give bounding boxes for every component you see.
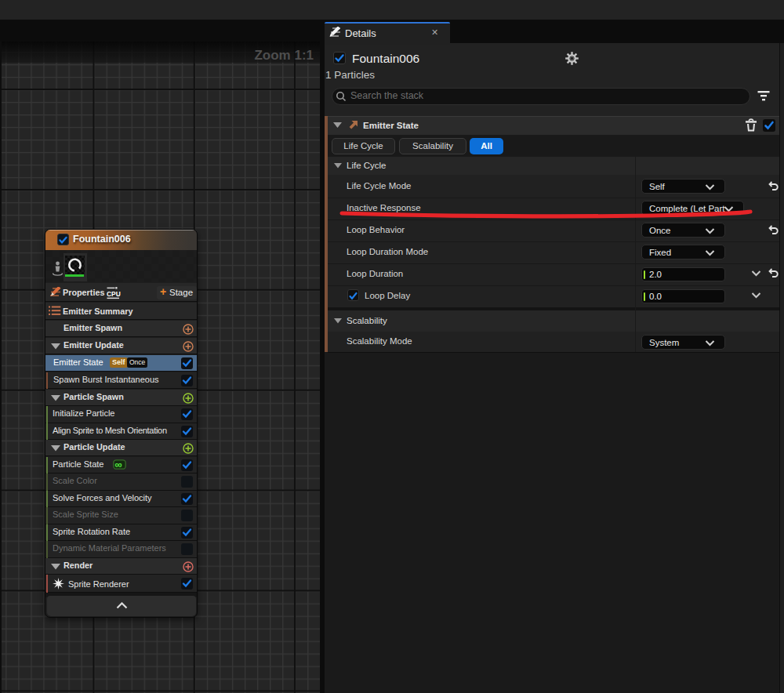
svg-text:CPU: CPU: [107, 290, 121, 298]
svg-text:∞: ∞: [114, 459, 122, 470]
